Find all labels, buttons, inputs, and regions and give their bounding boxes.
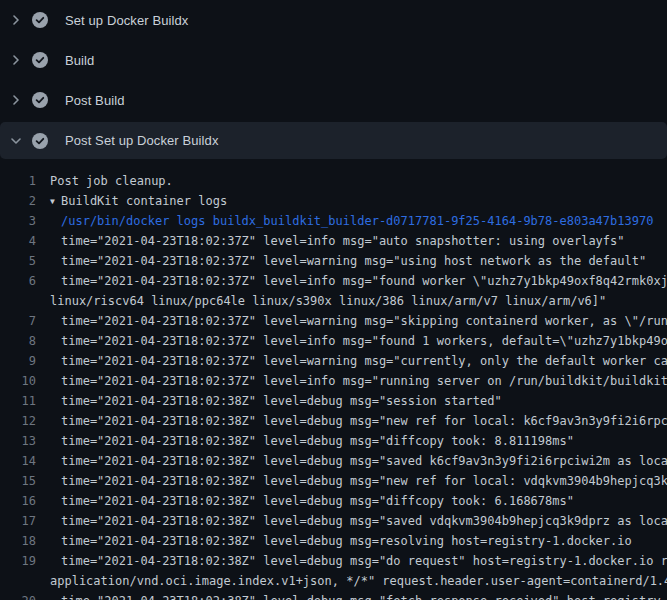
log-line-number[interactable]: 13 bbox=[0, 431, 36, 451]
step-list: Set up Docker Buildx Build Post Build bbox=[0, 0, 667, 159]
log-line-number[interactable]: 18 bbox=[0, 531, 36, 551]
log-text: time="2021-04-23T18:02:38Z" level=debug … bbox=[61, 551, 667, 571]
log-text: Post job cleanup. bbox=[50, 171, 173, 191]
log-line: 19time="2021-04-23T18:02:38Z" level=debu… bbox=[0, 551, 667, 571]
log-line-number[interactable]: 11 bbox=[0, 391, 36, 411]
log-text: time="2021-04-23T18:02:37Z" level=warnin… bbox=[61, 251, 646, 271]
log-text: time="2021-04-23T18:02:38Z" level=debug … bbox=[61, 511, 667, 531]
step-label: Set up Docker Buildx bbox=[65, 13, 188, 28]
log-line-number[interactable]: 8 bbox=[0, 331, 36, 351]
log-line-number[interactable]: 3 bbox=[0, 211, 36, 231]
chevron-right-icon bbox=[9, 93, 23, 107]
log-text: time="2021-04-23T18:02:37Z" level=info m… bbox=[61, 331, 667, 351]
log-line-number[interactable]: 12 bbox=[0, 411, 36, 431]
log-line: 20time="2021-04-23T18:02:38Z" level=debu… bbox=[0, 591, 667, 600]
step-success-check-icon bbox=[32, 12, 48, 28]
log-line-number[interactable]: 15 bbox=[0, 471, 36, 491]
chevron-right-icon bbox=[9, 13, 23, 27]
step-label: Build bbox=[65, 53, 94, 68]
log-line: 13time="2021-04-23T18:02:38Z" level=debu… bbox=[0, 431, 667, 451]
step-success-check-icon bbox=[32, 52, 48, 68]
chevron-down-icon bbox=[9, 134, 23, 148]
log-line: 8time="2021-04-23T18:02:37Z" level=info … bbox=[0, 331, 667, 351]
log-line-number[interactable]: 17 bbox=[0, 511, 36, 531]
chevron-right-icon bbox=[9, 53, 23, 67]
log-line-number[interactable]: 1 bbox=[0, 171, 36, 191]
log-line: 11time="2021-04-23T18:02:38Z" level=debu… bbox=[0, 391, 667, 411]
log-line: 18time="2021-04-23T18:02:38Z" level=debu… bbox=[0, 531, 667, 551]
log-text: time="2021-04-23T18:02:37Z" level=info m… bbox=[61, 231, 625, 251]
actions-log-viewer: Set up Docker Buildx Build Post Build bbox=[0, 0, 667, 600]
log-line: application/vnd.oci.image.index.v1+json,… bbox=[0, 571, 667, 591]
log-line-number[interactable]: 16 bbox=[0, 491, 36, 511]
log-text: time="2021-04-23T18:02:38Z" level=debug … bbox=[61, 531, 632, 551]
step-success-check-icon bbox=[32, 133, 48, 149]
log-line: 7time="2021-04-23T18:02:37Z" level=warni… bbox=[0, 311, 667, 331]
log-line: 5time="2021-04-23T18:02:37Z" level=warni… bbox=[0, 251, 667, 271]
log-text: time="2021-04-23T18:02:38Z" level=debug … bbox=[61, 491, 574, 511]
log-line: 9time="2021-04-23T18:02:37Z" level=warni… bbox=[0, 351, 667, 371]
log-text: time="2021-04-23T18:02:37Z" level=info m… bbox=[61, 371, 667, 391]
log-line-number[interactable]: 19 bbox=[0, 551, 36, 571]
log-line: 6time="2021-04-23T18:02:37Z" level=info … bbox=[0, 271, 667, 291]
log-text: time="2021-04-23T18:02:38Z" level=debug … bbox=[61, 471, 667, 491]
log-line-number[interactable]: 10 bbox=[0, 371, 36, 391]
log-text: time="2021-04-23T18:02:37Z" level=info m… bbox=[61, 271, 667, 291]
log-line: 3/usr/bin/docker logs buildx_buildkit_bu… bbox=[0, 211, 667, 231]
log-line: 15time="2021-04-23T18:02:38Z" level=debu… bbox=[0, 471, 667, 491]
step-row-set-up-docker-buildx[interactable]: Set up Docker Buildx bbox=[0, 0, 667, 40]
log-line-number[interactable]: 9 bbox=[0, 351, 36, 371]
log-line: linux/riscv64 linux/ppc64le linux/s390x … bbox=[0, 291, 667, 311]
log-text: time="2021-04-23T18:02:38Z" level=debug … bbox=[61, 391, 502, 411]
log-line: 4time="2021-04-23T18:02:37Z" level=info … bbox=[0, 231, 667, 251]
log-line: 12time="2021-04-23T18:02:38Z" level=debu… bbox=[0, 411, 667, 431]
log-lines: 1Post job cleanup.2▼BuildKit container l… bbox=[0, 159, 667, 600]
log-line-number[interactable]: 14 bbox=[0, 451, 36, 471]
log-text: time="2021-04-23T18:02:38Z" level=debug … bbox=[61, 591, 667, 600]
step-row-post-set-up-docker-buildx[interactable]: Post Set up Docker Buildx bbox=[0, 122, 667, 159]
log-text[interactable]: BuildKit container logs bbox=[61, 191, 227, 211]
log-text: time="2021-04-23T18:02:38Z" level=debug … bbox=[61, 411, 667, 431]
log-line-number[interactable]: 20 bbox=[0, 591, 36, 600]
group-expander-triangle-icon[interactable]: ▼ bbox=[50, 192, 61, 211]
log-line-number[interactable]: 2 bbox=[0, 191, 36, 211]
log-text: time="2021-04-23T18:02:38Z" level=debug … bbox=[61, 451, 667, 471]
log-line: 17time="2021-04-23T18:02:38Z" level=debu… bbox=[0, 511, 667, 531]
log-command-text: /usr/bin/docker logs buildx_buildkit_bui… bbox=[61, 211, 653, 231]
log-text: application/vnd.oci.image.index.v1+json,… bbox=[50, 571, 667, 591]
log-line-number[interactable]: 4 bbox=[0, 231, 36, 251]
log-line: 2▼BuildKit container logs bbox=[0, 191, 667, 211]
log-line: 10time="2021-04-23T18:02:37Z" level=info… bbox=[0, 371, 667, 391]
log-text: time="2021-04-23T18:02:37Z" level=warnin… bbox=[61, 311, 667, 331]
step-row-post-build[interactable]: Post Build bbox=[0, 80, 667, 120]
log-text: linux/riscv64 linux/ppc64le linux/s390x … bbox=[50, 291, 606, 311]
step-success-check-icon bbox=[32, 92, 48, 108]
log-line: 14time="2021-04-23T18:02:38Z" level=debu… bbox=[0, 451, 667, 471]
step-row-build[interactable]: Build bbox=[0, 40, 667, 80]
log-text: time="2021-04-23T18:02:38Z" level=debug … bbox=[61, 431, 574, 451]
log-line: 1Post job cleanup. bbox=[0, 171, 667, 191]
log-line-number[interactable]: 5 bbox=[0, 251, 36, 271]
log-line-number[interactable]: 7 bbox=[0, 311, 36, 331]
step-label: Post Build bbox=[65, 93, 125, 108]
log-line-number[interactable]: 6 bbox=[0, 271, 36, 291]
log-text: time="2021-04-23T18:02:37Z" level=warnin… bbox=[61, 351, 667, 371]
log-line: 16time="2021-04-23T18:02:38Z" level=debu… bbox=[0, 491, 667, 511]
step-label: Post Set up Docker Buildx bbox=[65, 133, 219, 148]
